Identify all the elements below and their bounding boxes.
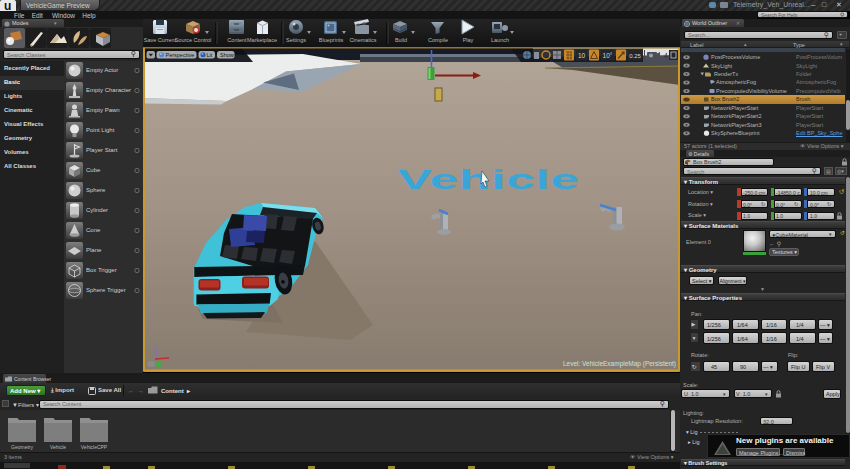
svg-text:Launch: Launch [491, 37, 509, 43]
svg-text:Blueprints: Blueprints [319, 37, 344, 43]
svg-text:Compile: Compile [428, 37, 448, 43]
svg-text:VehicleCPP: VehicleCPP [81, 444, 108, 450]
svg-text:0.25: 0.25 [629, 53, 641, 59]
svg-text:Vehicle: Vehicle [398, 164, 580, 194]
svg-text:Perspective: Perspective [166, 52, 195, 58]
svg-text:Save Current: Save Current [144, 37, 177, 43]
svg-text:Marketplace: Marketplace [247, 37, 277, 43]
svg-text:Settings: Settings [286, 37, 306, 43]
svg-text:Play: Play [463, 37, 474, 43]
svg-text:Build: Build [395, 37, 407, 43]
svg-text:Geometry: Geometry [11, 444, 33, 450]
svg-text:Vehicle: Vehicle [50, 444, 66, 450]
svg-text:Content: Content [227, 37, 247, 43]
svg-text:10: 10 [578, 52, 586, 59]
svg-text:Show: Show [220, 52, 234, 58]
svg-text:Source Control: Source Control [175, 37, 212, 43]
svg-text:4: 4 [664, 52, 668, 59]
svg-text:Lit: Lit [207, 52, 213, 58]
svg-text:Level: VehicleExampleMap (Pers: Level: VehicleExampleMap (Persistent) [563, 360, 676, 368]
svg-text:10°: 10° [603, 52, 613, 59]
svg-text:Cinematics: Cinematics [349, 37, 376, 43]
